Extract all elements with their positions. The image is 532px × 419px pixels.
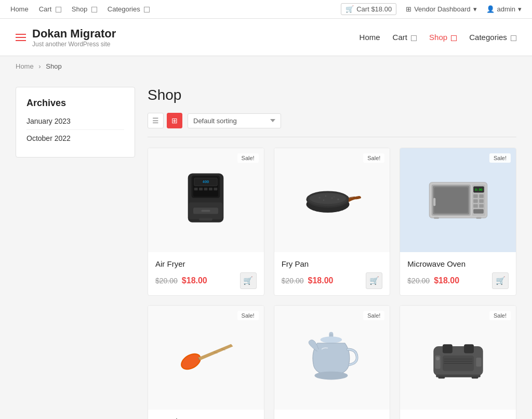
admin-user-button[interactable]: 👤 admin ▾ xyxy=(486,5,522,13)
list-view-button[interactable]: ☰ xyxy=(148,113,164,128)
archive-october-2022[interactable]: October 2022 xyxy=(26,134,71,142)
svg-rect-28 xyxy=(434,187,468,213)
svg-rect-13 xyxy=(199,218,212,220)
breadcrumb-home[interactable]: Home xyxy=(16,62,34,70)
view-toggle: ☰ ⊞ xyxy=(148,113,182,128)
sidebar: Archives January 2023 October 2022 xyxy=(16,87,135,419)
product-info: Fry Pan $20.00 $18.00 🛒 xyxy=(274,252,390,295)
svg-rect-39 xyxy=(473,209,484,214)
vendor-grid-icon: ⊞ xyxy=(406,5,411,13)
sale-badge: Sale! xyxy=(363,153,384,163)
sale-price: $18.00 xyxy=(434,276,459,285)
hamburger-menu[interactable] xyxy=(16,34,26,41)
svg-rect-12 xyxy=(202,210,210,212)
product-image-spatula[interactable]: Sale! xyxy=(148,306,264,410)
site-name: Dokan Migrator xyxy=(32,27,116,41)
price-group: $20.00 $18.00 xyxy=(155,276,207,285)
svg-rect-61 xyxy=(444,361,472,362)
list-view-icon: ☰ xyxy=(152,116,159,125)
archive-item: October 2022 xyxy=(26,129,124,147)
svg-rect-58 xyxy=(471,376,478,378)
svg-point-46 xyxy=(321,336,342,343)
product-name: Fry Pan xyxy=(282,259,383,268)
admin-bar-home[interactable]: Home xyxy=(10,5,29,13)
svg-rect-37 xyxy=(473,204,478,208)
product-image-toaster[interactable]: Sale! xyxy=(400,306,516,410)
svg-rect-40 xyxy=(434,217,439,219)
add-to-cart-button[interactable]: 🛒 xyxy=(366,272,382,289)
nav-categories[interactable]: Categories xyxy=(469,33,516,42)
svg-point-47 xyxy=(314,371,348,379)
microwave-image: 0:00 xyxy=(427,169,489,231)
hamburger-line xyxy=(16,40,26,41)
admin-bar-right: 🛒 Cart $18.00 ⊞ Vendor Dashboard ▾ 👤 adm… xyxy=(341,3,522,15)
vendor-dashboard-button[interactable]: ⊞ Vendor Dashboard ▾ xyxy=(406,5,476,13)
cart-icon: 🛒 xyxy=(345,5,354,13)
product-name: Air Fryer xyxy=(155,259,257,268)
product-card: Sale! Fry Pan $20.00 $18.00 🛒 xyxy=(274,148,391,296)
svg-point-22 xyxy=(334,196,335,197)
original-price: $20.00 xyxy=(407,277,430,285)
original-price: $20.00 xyxy=(282,277,304,285)
product-image-teapot[interactable]: Sale! xyxy=(274,306,390,410)
product-image-microwave[interactable]: 0:00 Sale! xyxy=(400,148,516,252)
grid-view-icon: ⊞ xyxy=(171,116,178,125)
shop-toolbar: ☰ ⊞ Default sorting Sort by popularity S… xyxy=(148,113,516,137)
svg-rect-55 xyxy=(476,358,481,366)
svg-rect-7 xyxy=(204,188,208,190)
svg-rect-6 xyxy=(199,188,203,190)
admin-bar-left: Home Cart Shop Categories xyxy=(10,5,150,13)
archive-january-2023[interactable]: January 2023 xyxy=(26,117,71,125)
nav-shop[interactable]: Shop xyxy=(429,33,457,42)
product-card: Sale! Spatula $20.00 $18.00 🛒 xyxy=(148,305,264,419)
add-to-cart-button[interactable]: 🛒 xyxy=(492,272,509,289)
svg-rect-5 xyxy=(194,188,198,190)
product-info: Toaster $20.00 $18.00 🛒 xyxy=(400,410,516,419)
svg-rect-33 xyxy=(473,194,478,198)
admin-bar-cart[interactable]: Cart xyxy=(39,5,61,13)
toaster-image xyxy=(427,326,489,389)
svg-rect-9 xyxy=(214,188,218,190)
air-fryer-image: 400 xyxy=(175,169,237,231)
svg-text:0:00: 0:00 xyxy=(475,188,483,191)
shop-title: Shop xyxy=(148,87,516,103)
svg-rect-38 xyxy=(479,204,484,208)
breadcrumb-current: Shop xyxy=(46,62,61,70)
sale-badge: Sale! xyxy=(237,311,259,320)
product-pricing: $20.00 $18.00 🛒 xyxy=(282,272,383,289)
svg-point-54 xyxy=(436,362,439,365)
nav-home[interactable]: Home xyxy=(360,33,380,42)
admin-chevron-icon: ▾ xyxy=(518,5,522,13)
site-header: Dokan Migrator Just another WordPress si… xyxy=(0,19,532,56)
cart-total-button[interactable]: 🛒 Cart $18.00 xyxy=(341,3,396,15)
svg-point-20 xyxy=(331,197,332,199)
svg-rect-29 xyxy=(433,198,435,206)
product-info: Spatula $20.00 $18.00 🛒 xyxy=(148,410,264,419)
svg-rect-62 xyxy=(444,363,472,364)
product-image-air-fryer[interactable]: 400 Sale! xyxy=(148,148,264,252)
product-name: Spatula xyxy=(155,417,257,419)
nav-cart-box-icon xyxy=(411,35,417,41)
shop-area: Shop ☰ ⊞ Default sorting Sort by popular… xyxy=(148,87,516,419)
grid-view-button[interactable]: ⊞ xyxy=(167,113,182,128)
sale-price: $18.00 xyxy=(308,276,333,285)
admin-bar-categories[interactable]: Categories xyxy=(108,5,150,13)
cart-total-label: Cart $18.00 xyxy=(356,5,392,13)
product-pricing: $20.00 $18.00 🛒 xyxy=(407,272,509,289)
svg-point-53 xyxy=(436,357,440,360)
spatula-image xyxy=(175,326,237,389)
sort-select[interactable]: Default sorting Sort by popularity Sort … xyxy=(188,113,281,128)
admin-bar-shop[interactable]: Shop xyxy=(72,5,97,13)
cart-box-icon xyxy=(56,7,61,12)
svg-point-21 xyxy=(323,200,324,201)
cart-add-icon: 🛒 xyxy=(243,276,253,285)
archives-widget: Archives January 2023 October 2022 xyxy=(16,87,135,158)
admin-bar: Home Cart Shop Categories 🛒 Cart $18.00 … xyxy=(0,0,532,19)
product-image-fry-pan[interactable]: Sale! xyxy=(274,148,390,252)
add-to-cart-button[interactable]: 🛒 xyxy=(240,272,257,289)
nav-cart[interactable]: Cart xyxy=(393,33,417,42)
teapot-image xyxy=(301,326,363,389)
site-tagline: Just another WordPress site xyxy=(32,41,116,48)
sale-badge: Sale! xyxy=(489,311,511,320)
price-group: $20.00 $18.00 xyxy=(282,276,334,285)
